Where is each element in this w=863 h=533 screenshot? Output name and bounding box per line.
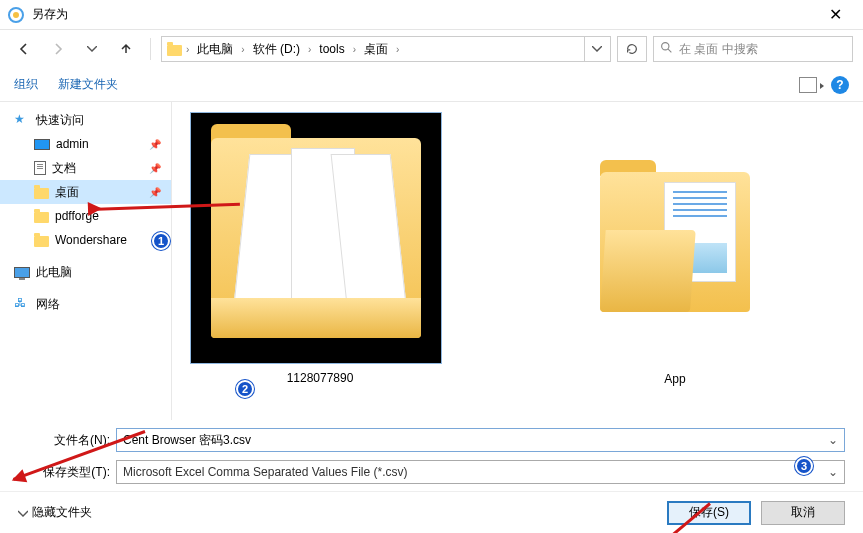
- search-input[interactable]: 在 桌面 中搜索: [653, 36, 853, 62]
- sidebar-network[interactable]: 🖧 网络: [0, 292, 171, 316]
- chevron-right-icon[interactable]: ›: [306, 44, 313, 55]
- up-button[interactable]: [112, 36, 140, 62]
- chevron-right-icon[interactable]: ›: [184, 44, 191, 55]
- sidebar-this-pc[interactable]: 此电脑: [0, 260, 171, 284]
- breadcrumb[interactable]: › 此电脑 › 软件 (D:) › tools › 桌面 ›: [161, 36, 611, 62]
- hide-folders-toggle[interactable]: 隐藏文件夹: [18, 504, 92, 521]
- body-area: ★ 快速访问 admin 📌 文档 📌 桌面 📌 pdfforge Wonder…: [0, 102, 863, 420]
- footer: 隐藏文件夹 保存(S) 取消: [0, 491, 863, 533]
- star-icon: ★: [14, 112, 30, 128]
- new-folder-button[interactable]: 新建文件夹: [58, 76, 118, 93]
- sidebar-item-pdfforge[interactable]: pdfforge: [0, 204, 171, 228]
- sidebar-item-documents[interactable]: 文档 📌: [0, 156, 171, 180]
- filetype-field[interactable]: Microsoft Excel Comma Separated Values F…: [116, 460, 845, 484]
- sidebar-quick-access[interactable]: ★ 快速访问: [0, 108, 171, 132]
- sidebar-item-label: 文档: [52, 160, 76, 177]
- sidebar-label: 快速访问: [36, 112, 84, 129]
- pin-icon: 📌: [149, 139, 161, 150]
- form-area: 文件名(N): ⌄ 保存类型(T): Microsoft Excel Comma…: [0, 420, 863, 484]
- pin-icon: 📌: [149, 163, 161, 174]
- chevron-right-icon[interactable]: ›: [239, 44, 246, 55]
- filename-field[interactable]: ⌄: [116, 428, 845, 452]
- filename-label: 文件名(N):: [18, 432, 116, 449]
- save-button[interactable]: 保存(S): [667, 501, 751, 525]
- document-icon: [34, 161, 46, 175]
- sidebar: ★ 快速访问 admin 📌 文档 📌 桌面 📌 pdfforge Wonder…: [0, 102, 172, 420]
- view-button[interactable]: [799, 77, 817, 93]
- breadcrumb-item[interactable]: 桌面: [358, 37, 394, 61]
- sidebar-item-admin[interactable]: admin 📌: [0, 132, 171, 156]
- search-placeholder: 在 桌面 中搜索: [679, 41, 758, 58]
- sidebar-item-wondershare[interactable]: Wondershare: [0, 228, 171, 252]
- toolbar: 组织 新建文件夹 ?: [0, 68, 863, 102]
- folder-icon: [34, 212, 49, 223]
- nav-separator: [150, 38, 151, 60]
- breadcrumb-item[interactable]: 此电脑: [191, 37, 239, 61]
- folder-label: App: [590, 372, 760, 386]
- breadcrumb-item[interactable]: tools: [313, 37, 350, 61]
- folder-thumbnail: [600, 172, 750, 312]
- folder-label: 1128077890: [283, 370, 358, 386]
- folder-tile[interactable]: App: [590, 132, 760, 386]
- cancel-button[interactable]: 取消: [761, 501, 845, 525]
- sidebar-label: 网络: [36, 296, 60, 313]
- filetype-value: Microsoft Excel Comma Separated Values F…: [123, 465, 828, 479]
- filetype-label: 保存类型(T):: [18, 464, 116, 481]
- sidebar-item-desktop[interactable]: 桌面 📌: [0, 180, 171, 204]
- breadcrumb-dropdown[interactable]: [584, 37, 608, 61]
- sidebar-item-label: admin: [56, 137, 89, 151]
- help-button[interactable]: ?: [831, 76, 849, 94]
- chevron-right-icon[interactable]: ›: [394, 44, 401, 55]
- monitor-icon: [34, 139, 50, 150]
- content-pane[interactable]: 1128077890 App: [172, 102, 863, 420]
- folder-icon: [34, 188, 49, 199]
- forward-button[interactable]: [44, 36, 72, 62]
- sidebar-item-label: Wondershare: [55, 233, 127, 247]
- window-title: 另存为: [32, 6, 815, 23]
- pin-icon: 📌: [149, 187, 161, 198]
- chevron-right-icon[interactable]: ›: [351, 44, 358, 55]
- sidebar-item-label: pdfforge: [55, 209, 99, 223]
- titlebar: 另存为 ✕: [0, 0, 863, 30]
- nav-bar: › 此电脑 › 软件 (D:) › tools › 桌面 › 在 桌面 中搜索: [0, 30, 863, 68]
- app-icon: [8, 7, 24, 23]
- pc-icon: [14, 267, 30, 278]
- search-icon: [660, 41, 673, 57]
- close-button[interactable]: ✕: [815, 5, 855, 24]
- folder-tile[interactable]: 1128077890: [190, 112, 450, 386]
- svg-line-1: [668, 49, 671, 52]
- back-button[interactable]: [10, 36, 38, 62]
- network-icon: 🖧: [14, 296, 30, 312]
- chevron-down-icon[interactable]: ⌄: [828, 465, 838, 479]
- chevron-down-icon[interactable]: ⌄: [828, 433, 838, 447]
- svg-point-0: [662, 43, 669, 50]
- folder-icon: [164, 43, 184, 56]
- hide-folders-label: 隐藏文件夹: [32, 504, 92, 521]
- sidebar-label: 此电脑: [36, 264, 72, 281]
- filename-input[interactable]: [123, 433, 828, 447]
- organize-menu[interactable]: 组织: [14, 76, 38, 93]
- folder-icon: [34, 236, 49, 247]
- refresh-button[interactable]: [617, 36, 647, 62]
- sidebar-item-label: 桌面: [55, 184, 79, 201]
- breadcrumb-item[interactable]: 软件 (D:): [247, 37, 306, 61]
- folder-thumbnail: [190, 112, 442, 364]
- recent-dropdown[interactable]: [78, 36, 106, 62]
